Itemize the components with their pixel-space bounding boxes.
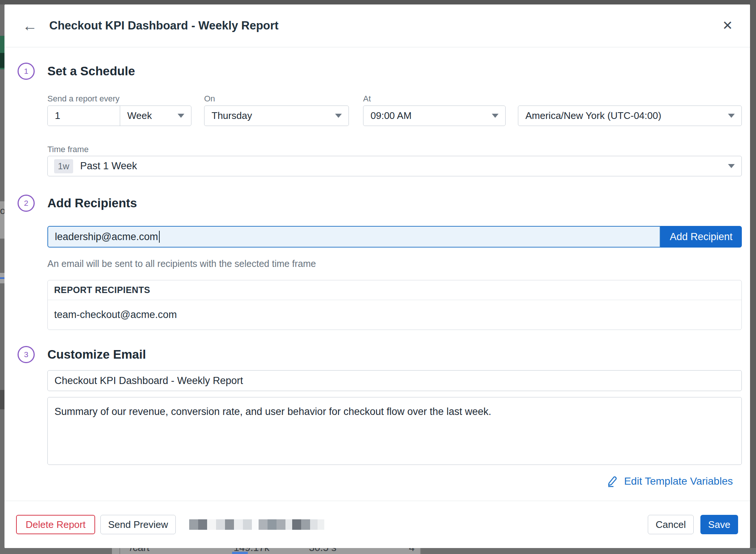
save-button[interactable]: Save [700,515,738,534]
email-subject-input[interactable] [47,370,742,391]
timeframe-value: Past 1 Week [80,160,728,172]
background-cell-count: 4 [409,548,415,554]
chevron-down-icon [178,114,184,118]
chevron-down-icon [335,114,342,118]
at-label: At [363,94,371,104]
backdrop-top [0,0,756,4]
background-cell-path: /cart [130,548,150,554]
backdrop-right [750,0,756,554]
timezone-select[interactable]: America/New York (UTC-04:00) [518,106,742,126]
background-dark-fragment [0,390,4,409]
interval-unit-select[interactable]: Week [120,106,191,126]
background-green-fragment [0,36,4,69]
timezone-value: America/New York (UTC-04:00) [518,110,728,122]
back-arrow-icon[interactable]: ← [22,18,37,33]
recipients-table-header: REPORT RECIPIENTS [48,280,741,300]
chevron-down-icon [728,114,735,118]
timeframe-select[interactable]: 1w Past 1 Week [47,156,742,176]
modal-header: ← Checkout KPI Dashboard - Weekly Report… [4,4,750,47]
background-blue-bar [232,552,248,554]
redacted-text-blob [189,519,324,530]
edit-template-variables-label: Edit Template Variables [624,475,733,487]
schedule-report-modal: ← Checkout KPI Dashboard - Weekly Report… [4,4,750,548]
recipient-email-value: leadership@acme.com [55,231,158,243]
background-table-row: /cart 149.17k 30.5 s 4 [112,548,421,554]
section-customize-header: 3 Customize Email [18,346,146,363]
on-label: On [204,94,215,104]
backdrop-bottom: /cart 149.17k 30.5 s 4 [0,548,756,554]
step-1-badge: 1 [18,63,35,80]
cancel-button[interactable]: Cancel [648,515,694,534]
send-preview-button[interactable]: Send Preview [100,515,176,534]
add-recipient-button[interactable]: Add Recipient [660,226,742,248]
text-cursor [159,231,160,243]
recipients-helper-text: An email will be sent to all recipients … [47,258,316,269]
section-schedule-title: Set a Schedule [47,64,135,78]
screen: ov /cart 149.17k 30.5 s 4 ← Checkout KPI… [0,0,756,554]
close-icon[interactable]: ✕ [722,18,733,33]
section-customize-title: Customize Email [47,347,146,362]
background-cell-duration: 30.5 s [309,548,337,554]
email-body-textarea[interactable]: Summary of our revenue, conversion rate,… [47,397,742,465]
recipient-email-input[interactable]: leadership@acme.com [47,226,660,248]
chevron-down-icon [492,114,499,118]
step-2-badge: 2 [18,195,35,212]
day-select[interactable]: Thursday [204,106,349,126]
timeframe-badge: 1w [54,159,73,173]
background-chart-fragment [0,273,4,283]
section-schedule-header: 1 Set a Schedule [18,63,135,80]
day-value: Thursday [204,110,335,122]
pencil-icon [606,475,619,488]
section-recipients-title: Add Recipients [47,196,137,210]
delete-report-button[interactable]: Delete Report [16,515,95,534]
timeframe-label: Time frame [47,145,88,154]
time-value: 09:00 AM [363,110,492,122]
chevron-down-icon [728,164,735,168]
interval-count-input[interactable] [48,106,120,126]
section-recipients-header: 2 Add Recipients [18,195,137,212]
time-select[interactable]: 09:00 AM [363,106,506,126]
recipients-table: REPORT RECIPIENTS team-checkout@acme.com [47,280,742,330]
background-text-fragment: ov [0,201,4,239]
interval-unit-value: Week [120,110,178,122]
modal-footer: Delete Report Send Preview Cancel Save [4,501,750,548]
recipient-row[interactable]: team-checkout@acme.com [48,300,741,330]
edit-template-variables-link[interactable]: Edit Template Variables [606,475,733,488]
interval-group: Week [47,106,191,126]
step-3-badge: 3 [18,346,35,363]
modal-title: Checkout KPI Dashboard - Weekly Report [49,19,278,32]
every-label: Send a report every [47,94,119,104]
